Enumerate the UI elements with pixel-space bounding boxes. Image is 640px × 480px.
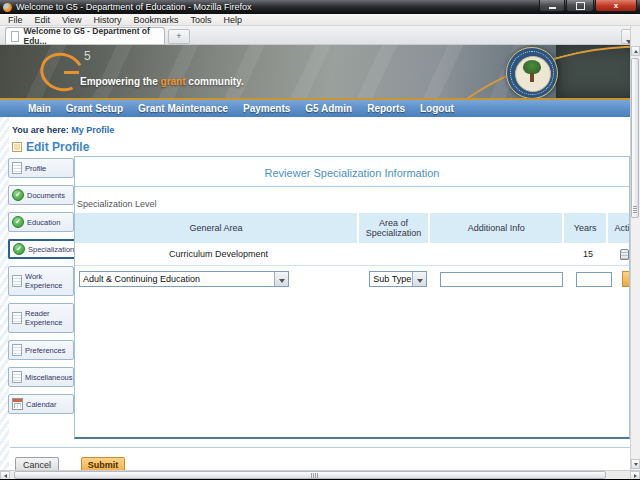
sidebar-item-label: Miscellaneous (25, 373, 73, 382)
window-title: Welcome to G5 - Department of Education … (16, 0, 251, 14)
additional-info-input[interactable] (440, 272, 563, 287)
tagline-pre: Empowering the (80, 76, 161, 87)
sidebar-item-label: Education (27, 218, 60, 227)
g5-logo: 5 (40, 51, 84, 87)
browser-tab[interactable]: Welcome to G5 - Department of Edu... (5, 27, 165, 44)
maximize-icon (576, 2, 585, 10)
horizontal-scroll-thumb[interactable] (14, 471, 606, 479)
nav-payments[interactable]: Payments (243, 103, 290, 114)
tagline-accent: grant (161, 76, 186, 87)
g5-logo-bar (64, 71, 79, 74)
seal-tree-trunk (530, 73, 534, 82)
sidebar-item-reader-experience[interactable]: Reader Experience (8, 303, 74, 333)
browser-window: Welcome to G5 - Department of Education … (0, 0, 640, 480)
sidebar-item-miscellaneous[interactable]: Miscellaneous (8, 367, 74, 387)
content-panel: Reviewer Specialization Information Spec… (74, 156, 630, 439)
delete-icon[interactable] (620, 249, 629, 260)
sidebar-item-label: Profile (25, 164, 46, 173)
maximize-button[interactable] (566, 0, 594, 12)
banner-tagline: Empowering the grant community. (80, 76, 244, 87)
add-specialization-form: Adult & Continuing Education Sub Type 2 … (75, 268, 630, 290)
scroll-grip (633, 206, 637, 213)
nav-reports[interactable]: Reports (367, 103, 405, 114)
scroll-grip (311, 473, 319, 478)
sidebar-item-label: Reader Experience (25, 309, 71, 327)
vertical-scrollbar[interactable] (630, 26, 640, 470)
years-input[interactable] (576, 272, 612, 287)
check-icon: ✓ (12, 216, 24, 228)
cell-years: 15 (567, 243, 609, 265)
main-navigation: Main Grant Setup Grant Maintenance Payme… (0, 100, 640, 117)
sidebar-item-work-experience[interactable]: Work Experience (8, 266, 74, 296)
general-area-select[interactable]: Adult & Continuing Education (79, 271, 289, 287)
window-titlebar: Welcome to G5 - Department of Education … (0, 0, 640, 14)
nav-logout[interactable]: Logout (420, 103, 454, 114)
chevron-down-icon[interactable] (274, 272, 288, 286)
menu-edit[interactable]: Edit (29, 15, 57, 25)
document-icon (12, 371, 22, 383)
department-of-education-seal (506, 47, 558, 98)
content-title: Reviewer Specialization Information (75, 167, 629, 179)
sidebar-item-documents[interactable]: ✓ Documents (8, 185, 74, 205)
menu-bookmarks[interactable]: Bookmarks (127, 15, 184, 25)
row-divider (75, 265, 630, 266)
breadcrumb-my-profile-link[interactable]: My Profile (71, 125, 114, 135)
sidebar-item-profile[interactable]: Profile (8, 158, 74, 178)
footer-buttons: Cancel Submit (15, 457, 125, 470)
sidebar-item-specialization[interactable]: ✓ Specialization (8, 239, 76, 259)
firefox-icon (3, 3, 12, 12)
cancel-button[interactable]: Cancel (15, 457, 59, 470)
sidebar-item-education[interactable]: ✓ Education (8, 212, 74, 232)
vertical-scroll-thumb[interactable] (631, 58, 639, 218)
specialization-table: General Area Area of Specialization Addi… (75, 213, 630, 290)
close-button[interactable]: x (595, 0, 637, 12)
cell-general-area: Curriculum Development (75, 243, 362, 265)
close-icon: x (614, 0, 618, 13)
page-heading-text: Edit Profile (26, 140, 89, 154)
menu-view[interactable]: View (56, 15, 87, 25)
header-years: Years (564, 213, 605, 243)
sidebar-item-label: Specialization (28, 245, 74, 254)
page-heading: Edit Profile (12, 140, 89, 154)
table-header-row: General Area Area of Specialization Addi… (75, 213, 630, 243)
nav-main[interactable]: Main (28, 103, 51, 114)
nav-g5-admin[interactable]: G5 Admin (305, 103, 352, 114)
general-area-select-value: Adult & Continuing Education (80, 274, 274, 284)
page-icon (11, 31, 19, 42)
document-icon (12, 312, 22, 324)
document-icon (12, 344, 22, 356)
table-row: Curriculum Development 15 (75, 243, 630, 265)
submit-button[interactable]: Submit (81, 457, 125, 470)
arrow-down-icon (634, 463, 638, 466)
menu-file[interactable]: File (2, 15, 29, 25)
minimize-button[interactable] (539, 0, 565, 12)
sidebar-item-calendar[interactable]: Calendar (8, 394, 74, 414)
chevron-down-icon[interactable] (412, 272, 426, 286)
menu-help[interactable]: Help (217, 15, 248, 25)
nav-grant-maintenance[interactable]: Grant Maintenance (138, 103, 228, 114)
sidebar-item-preferences[interactable]: Preferences (8, 340, 74, 360)
document-icon (12, 275, 22, 287)
g5-logo-number: 5 (84, 49, 91, 63)
scroll-down-button[interactable] (631, 459, 640, 469)
header-actions: Actions (608, 213, 630, 243)
menu-bar: File Edit View History Bookmarks Tools H… (0, 14, 640, 26)
nav-grant-setup[interactable]: Grant Setup (66, 103, 123, 114)
sidebar-item-label: Calendar (26, 400, 56, 409)
section-bullet-icon (12, 142, 22, 152)
scroll-up-button[interactable] (631, 46, 640, 56)
g5-banner: 5 Empowering the grant community. (0, 45, 640, 98)
menu-history[interactable]: History (87, 15, 127, 25)
add-button[interactable]: Add (622, 271, 630, 287)
tagline-post: community. (186, 76, 244, 87)
new-tab-button[interactable]: + (168, 29, 190, 44)
breadcrumb: You are here: My Profile (12, 125, 114, 135)
sub-type-select[interactable]: Sub Type 2 (369, 271, 427, 287)
tab-strip: Welcome to G5 - Department of Edu... + (0, 26, 640, 45)
menu-tools[interactable]: Tools (184, 15, 217, 25)
header-additional-info: Additional Info (430, 213, 563, 243)
profile-sidebar: Profile ✓ Documents ✓ Education ✓ Specia… (8, 158, 74, 421)
cell-additional-info (432, 243, 567, 265)
sidebar-item-label: Work Experience (25, 272, 71, 290)
title-divider (75, 186, 629, 187)
